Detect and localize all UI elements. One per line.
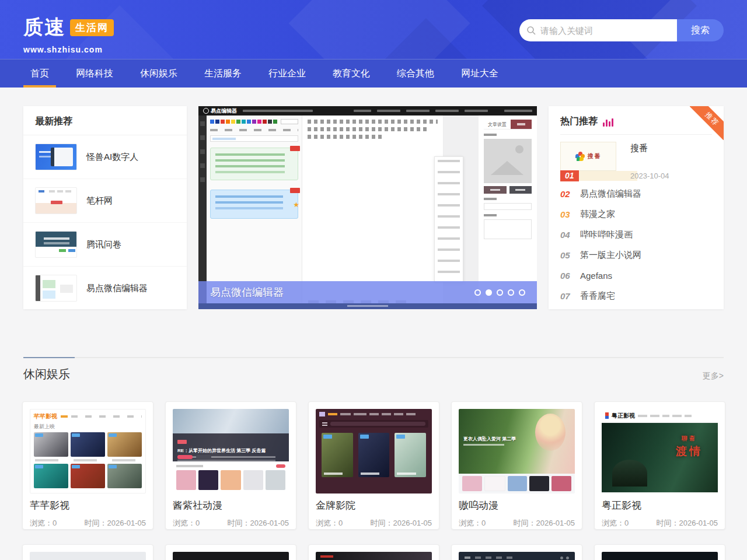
card-views: 浏览：0 — [459, 518, 486, 528]
list-item[interactable]: 怪兽AI数字人 — [23, 135, 187, 179]
carousel-dots — [474, 289, 525, 296]
rank-number: 07 — [560, 291, 580, 301]
summary-area-dash — [484, 219, 532, 239]
list-item[interactable]: 易点微信编辑器 — [23, 267, 187, 310]
site-thumbnail: 瓜子影视 — [602, 552, 718, 560]
editor-nav-dash — [465, 110, 488, 112]
carousel-dot[interactable] — [508, 289, 514, 296]
hot-item[interactable]: 08 BL之家 — [560, 306, 712, 309]
choose-cover-button — [484, 186, 507, 194]
nav-item-education[interactable]: 教育文化 — [333, 60, 370, 88]
card-views: 浏览：0 — [173, 518, 200, 528]
site-url: www.shzhisu.com — [23, 45, 114, 54]
card-time: 时间：2026-01-05 — [85, 518, 146, 528]
hamburger-icon — [322, 422, 327, 426]
card-time: 时间：2026-01-05 — [514, 518, 575, 528]
logo-badge: 生活网 — [70, 19, 114, 36]
thumb-button-dash — [177, 455, 193, 459]
toolbar-dash — [308, 127, 427, 131]
site-card[interactable] — [451, 544, 582, 560]
ribbon-label: 推荐 — [690, 106, 724, 140]
nav-item-home[interactable]: 首页 — [30, 60, 49, 88]
hot-panel: 推荐 热门推荐 搜番 01 搜番 2023-10-04 02 易点微信编辑器 0… — [549, 106, 724, 309]
editor-subtitle-dash — [243, 110, 313, 112]
site-thumbnail — [35, 187, 77, 214]
rank-number: 03 — [560, 209, 580, 219]
site-thumbnail — [35, 275, 77, 302]
nav-item-entertainment[interactable]: 休闲娱乐 — [140, 60, 177, 88]
site-card-jiangzishe[interactable]: RE：从零开始的异世界生活 第三季 反击篇 酱紫社动漫 浏览：0 时间：2026… — [165, 401, 296, 530]
nav-item-life[interactable]: 生活服务 — [204, 60, 242, 88]
thumb-logo-text: 芊芊影视 — [34, 412, 57, 421]
page: { "header": { "logo": "质速", "logo_badge"… — [0, 0, 747, 560]
more-link[interactable]: 更多> — [703, 371, 724, 382]
editor-side-rail — [198, 116, 207, 309]
title-label-dash — [484, 198, 497, 200]
hot-item-title: 易点微信编辑器 — [580, 188, 641, 200]
site-thumbnail — [30, 552, 146, 560]
hot-item[interactable]: 07 香香腐宅 — [560, 286, 712, 306]
editor-topbar: 易点编辑器 — [198, 106, 537, 116]
site-card-qianqian[interactable]: 芊芊影视 最新上映 芊芊影视 浏览：0 时间：2026-01-05 — [22, 401, 153, 530]
carousel-caption-bar: 易点微信编辑器 — [198, 281, 537, 303]
list-item[interactable]: 笔杆网 — [23, 179, 187, 223]
nav-item-other[interactable]: 综合其他 — [397, 60, 434, 88]
nav-item-tech[interactable]: 网络科技 — [76, 60, 113, 88]
thumb-caption-dash — [35, 459, 141, 461]
site-card-guazi[interactable]: 瓜子影视 — [594, 544, 725, 560]
thumb-banner-title: 聊斋 渡情 — [676, 435, 703, 459]
search-icon — [526, 26, 536, 35]
settings-tab: 文章设置 — [484, 120, 511, 129]
editor-settings-panel: 文章设置 — [479, 116, 537, 309]
list-item[interactable]: 腾讯问卷 — [23, 223, 187, 267]
carousel-dot-active[interactable] — [486, 289, 492, 296]
latest-item-label: 笔杆网 — [86, 195, 113, 206]
editor-nav-dash — [377, 110, 400, 112]
hot-badge — [290, 188, 300, 193]
site-card-jinpai[interactable]: 金牌影院 浏览：0 时间：2026-01-05 — [308, 401, 439, 530]
nav-item-sites[interactable]: 网址大全 — [461, 60, 498, 88]
site-card-mango[interactable]: 芒果tv — [165, 544, 296, 560]
search-input[interactable] — [540, 26, 670, 36]
site-logo[interactable]: 质速 生活网 www.shzhisu.com — [23, 14, 114, 54]
card-title: 金牌影院 — [316, 499, 432, 512]
palette-select — [281, 119, 298, 124]
editor-nav-dash — [354, 110, 371, 112]
editor-logo: 易点编辑器 — [203, 107, 237, 115]
latest-panel: 最新推荐 怪兽AI数字人 笔杆网 腾讯问卷 易点微信编辑器 — [23, 106, 187, 309]
carousel-dot[interactable] — [519, 289, 525, 296]
site-card[interactable] — [308, 544, 439, 560]
thumb-banner-text: 更衣人偶坠入爱河 第二季 — [463, 436, 516, 442]
search-button[interactable]: 搜索 — [677, 19, 724, 41]
thumb-tag — [177, 440, 187, 444]
title-input-dash — [484, 203, 532, 210]
hot-item[interactable]: 02 易点微信编辑器 — [560, 184, 712, 204]
cover-placeholder — [484, 139, 532, 183]
hot-item[interactable]: 05 第一版主小说网 — [560, 245, 712, 265]
hot-item-title: Agefans — [580, 271, 612, 281]
carousel-dot[interactable] — [497, 289, 503, 296]
site-card-yuezheng[interactable]: 粤正影视 聊斋 渡情 粤正影视 浏览：0 时间：2026-01-05 — [594, 401, 725, 530]
site-thumbnail — [316, 552, 432, 560]
carousel-dot[interactable] — [474, 289, 481, 296]
hot-item[interactable]: 06 Agefans — [560, 265, 712, 286]
site-card-aowu[interactable]: 更衣人偶坠入爱河 第二季 嗷呜动漫 浏览：0 时间：2026-01-05 — [451, 401, 582, 530]
settings-tab-dark — [511, 120, 532, 129]
section-divider — [23, 357, 724, 358]
toolbar-dash — [308, 135, 383, 139]
editor-canvas — [302, 116, 444, 309]
search-box[interactable] — [519, 19, 677, 41]
hot-item-title: 香香腐宅 — [580, 290, 615, 302]
latest-item-label: 腾讯问卷 — [86, 239, 121, 250]
nav-item-industry[interactable]: 行业企业 — [268, 60, 306, 88]
site-thumbnail: 芒果tv — [173, 552, 289, 560]
hot-item[interactable]: 03 韩漫之家 — [560, 204, 712, 225]
editor-tools-menu — [434, 156, 463, 282]
card-title: 粤正影视 — [602, 499, 718, 512]
site-thumbnail — [316, 409, 432, 494]
hot-featured-item[interactable]: 搜番 01 搜番 2023-10-04 — [560, 142, 712, 184]
cover-label-dash — [484, 134, 497, 136]
site-card[interactable] — [22, 544, 153, 560]
carousel[interactable]: 易点编辑器 — [198, 106, 537, 309]
hot-item[interactable]: 04 哔咔哔咔漫画 — [560, 225, 712, 245]
